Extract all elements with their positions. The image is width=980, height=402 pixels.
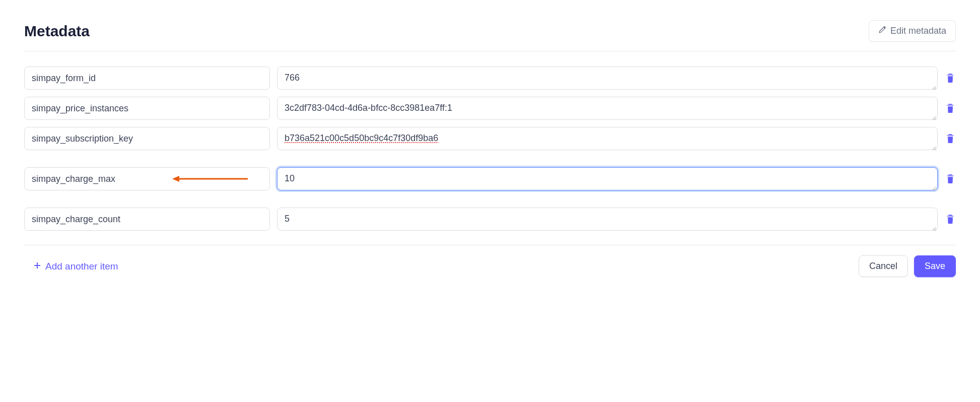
- delete-row-button[interactable]: [945, 73, 956, 84]
- metadata-value-wrap: [277, 66, 938, 90]
- metadata-value-wrap: [277, 127, 938, 150]
- metadata-value-input[interactable]: [277, 66, 938, 90]
- panel-title: Metadata: [24, 23, 90, 40]
- metadata-row: [24, 66, 956, 90]
- metadata-value-wrap: [277, 167, 938, 190]
- metadata-value-input[interactable]: [277, 167, 938, 190]
- metadata-rows: [24, 66, 956, 231]
- metadata-key-input[interactable]: [24, 127, 270, 150]
- plus-icon: [33, 261, 41, 272]
- cancel-button[interactable]: Cancel: [859, 255, 908, 277]
- delete-row-button[interactable]: [945, 214, 956, 225]
- metadata-panel: Metadata Edit metadata Add another item …: [0, 0, 980, 297]
- metadata-key-input[interactable]: [24, 167, 270, 190]
- metadata-row: [24, 97, 956, 120]
- divider: [24, 245, 956, 245]
- delete-row-button[interactable]: [945, 173, 956, 185]
- panel-footer: Add another item Cancel Save: [24, 255, 956, 277]
- trash-icon: [946, 173, 955, 185]
- metadata-value-input[interactable]: [277, 97, 938, 120]
- trash-icon: [946, 73, 955, 84]
- metadata-value-input[interactable]: [277, 208, 938, 231]
- metadata-key-input[interactable]: [24, 208, 270, 231]
- footer-actions: Cancel Save: [859, 255, 956, 277]
- metadata-value-wrap: [277, 208, 938, 231]
- add-another-item-label: Add another item: [45, 261, 118, 272]
- metadata-key-input[interactable]: [24, 66, 270, 90]
- metadata-value-input[interactable]: [277, 127, 938, 150]
- add-another-item-button[interactable]: Add another item: [24, 260, 121, 273]
- metadata-row: [24, 208, 956, 231]
- save-button[interactable]: Save: [914, 255, 956, 277]
- trash-icon: [946, 133, 955, 145]
- metadata-key-input[interactable]: [24, 97, 270, 120]
- panel-header: Metadata Edit metadata: [24, 20, 956, 51]
- trash-icon: [946, 103, 955, 114]
- metadata-row: [24, 127, 956, 150]
- pencil-icon: [878, 26, 886, 36]
- metadata-value-wrap: [277, 97, 938, 120]
- trash-icon: [946, 214, 955, 225]
- edit-metadata-button[interactable]: Edit metadata: [869, 20, 956, 42]
- metadata-row: [24, 167, 956, 190]
- edit-metadata-label: Edit metadata: [890, 26, 946, 36]
- delete-row-button[interactable]: [945, 133, 956, 145]
- delete-row-button[interactable]: [945, 103, 956, 114]
